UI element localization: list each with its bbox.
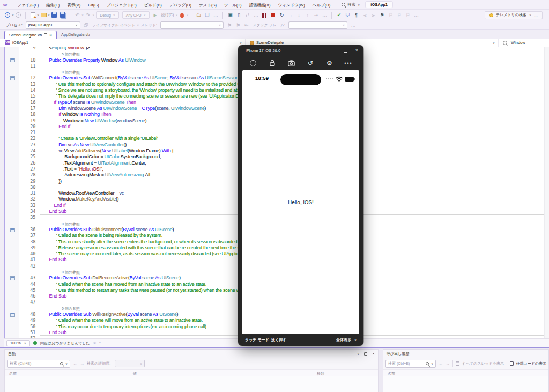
menu-item[interactable]: プロジェクト(P) [103,3,140,8]
menu-item[interactable]: ツール(T) [220,3,245,8]
next-bookmark-icon[interactable]: ⚐ [395,11,403,19]
references-glyph-icon[interactable] [10,76,15,80]
code-text[interactable]: .AutoresizingMask = UIViewAutoresizing.A… [40,172,150,178]
code-text[interactable]: ' Use this method to restart any tasks t… [40,287,262,293]
menu-item[interactable]: 拡張機能(X) [245,3,274,8]
search-control[interactable]: 検索 ∨ [342,2,360,8]
code-text[interactable]: ' Release any resources associated with … [40,245,270,251]
step-over-icon[interactable]: → [286,11,294,19]
code-text[interactable]: End Sub [40,257,66,263]
telemetry-search-button[interactable]: テレメトリの検索 ∨ … [485,11,543,19]
toolbar-overflow-icon[interactable]: … [252,11,259,19]
device-preview-icon[interactable]: ▯ [235,11,242,19]
menu-item[interactable]: 表示(V) [63,3,84,8]
menu-item[interactable]: テスト(S) [195,3,220,8]
search-depth-dropdown[interactable]: ∨ [115,360,145,367]
code-cleanup-broom-icon[interactable]: ⚿ [93,341,96,345]
code-text[interactable]: End Sub [40,209,66,215]
column-name[interactable]: 名前 [388,371,395,376]
continue-button[interactable]: ▶ [152,11,159,19]
call-stack-list[interactable] [383,376,548,392]
chevron-down-icon[interactable]: ∨ [81,13,84,17]
stack-frame-dropdown[interactable]: ∨ [288,21,347,29]
code-text[interactable]: If TypeOf scene Is UIWindowScene Then [40,100,136,106]
menu-item[interactable]: ビルド(B) [140,3,166,8]
indent-icon[interactable]: ⋜ [361,11,368,19]
autos-list[interactable] [5,376,378,392]
outdent-icon[interactable]: ⋝ [369,11,377,19]
menu-item[interactable]: デバッグ(D) [166,3,195,8]
close-icon[interactable]: × [49,33,52,38]
pause-button[interactable] [261,11,268,19]
codelens-references[interactable]: 0 個の参照 [40,221,80,227]
sync-icon[interactable]: ⇄ [243,11,251,19]
column-name[interactable]: 名前 [9,371,17,376]
close-icon[interactable]: × [355,48,358,53]
code-text[interactable]: Window.RootViewController = vc [40,190,124,196]
code-text[interactable]: .TextAlignment = UITextAlignment.Center, [40,160,146,166]
maximize-icon[interactable] [344,49,347,53]
code-text[interactable]: vc.View.AddSubview(New UILabel(Window.Fr… [40,148,173,154]
clear-bookmarks-icon[interactable]: ⚐ [404,11,411,19]
code-text[interactable]: Public Overrides Property Window As UIWi… [40,57,146,63]
code-text[interactable]: ' This may occur due to temporary interr… [40,324,207,330]
simulator-title-bar[interactable]: iPhone 17 iOS 26.0 — × [238,45,363,56]
chevron-down-icon[interactable]: ∨ [12,13,14,17]
step-into-icon[interactable]: ↓ [295,11,302,19]
tab-appdelegate[interactable]: AppDelegate.vb [57,31,94,39]
navigate-forward-button[interactable]: › [14,11,22,19]
codelens-references[interactable]: 5 個の参照 [40,51,80,57]
code-text[interactable]: ' Called when the scene will move from a… [40,317,203,323]
more-options-icon[interactable]: ••• [344,59,353,68]
health-indicator-icon[interactable] [33,341,37,345]
window-layout-icon[interactable]: ❐ [203,11,211,19]
menu-item[interactable]: ウィンドウ(W) [274,3,308,8]
code-text[interactable]: Window = New UIWindow(windowScene) [40,118,146,124]
health-message[interactable]: 問題は見つかりませんでした [40,341,90,346]
code-text[interactable]: Dim windowScene As UIWindowScene = CType… [40,106,206,112]
thread-dropdown[interactable]: ∨ [160,21,224,29]
uncomment-icon[interactable]: ¶ [352,11,360,19]
chevron-down-icon[interactable]: ∨ [175,13,177,17]
codelens-references[interactable]: 0 個の参照 [40,69,80,75]
chevron-down-icon[interactable]: ∨ [48,13,50,17]
screenshot-camera-icon[interactable] [287,59,295,68]
code-text[interactable]: <Export("Window")> [40,47,90,51]
autos-search-input[interactable]: 検索 (Ctrl+E) ∨ [7,360,70,368]
ios-simulator-window[interactable]: iPhone 17 iOS 26.0 — × ↺ ⚙ ••• 18:59 Hel… [238,45,363,346]
column-type[interactable]: 種類 [317,371,324,376]
code-text[interactable]: End If [40,124,70,130]
code-text[interactable]: ' Called when the scene has moved from a… [40,282,206,287]
toolbar-overflow-icon[interactable]: … [321,11,328,19]
code-text[interactable]: }) [40,179,62,184]
redo-button[interactable]: ↷ [84,11,92,19]
show-all-threads-label[interactable]: すべてのスレッドを表示 [462,361,504,366]
code-text[interactable]: .BackgroundColor = UIColor.SystemBackgro… [40,154,161,160]
simulator-screen[interactable]: 18:59 Hello, iOS! [242,70,359,334]
close-icon[interactable]: × [372,351,375,356]
show-external-code-label[interactable]: 外部コードの表示 [516,361,547,366]
toolbar-overflow-icon[interactable]: … [412,11,420,19]
member-dropdown[interactable]: Window [499,39,549,47]
code-text[interactable]: .Text = "Hello, iOS!", [40,166,103,172]
zoom-level-dropdown[interactable]: 100 % ∨ [6,340,30,346]
chevron-down-icon[interactable]: ∨ [137,24,139,27]
codelens-references[interactable]: 0 個の参照 [40,306,80,312]
flagged-only-icon[interactable]: ⚑ [234,21,242,29]
code-text[interactable]: Public Overrides Sub WillResignActive(By… [40,312,178,317]
call-stack-search-input[interactable]: 検索 (Ctrl+E) ∨ [385,360,436,368]
references-glyph-icon[interactable] [10,276,15,280]
lock-icon[interactable] [268,59,277,68]
save-button[interactable] [50,11,58,19]
restart-button[interactable]: ↻ [278,11,285,19]
column-value[interactable]: 値 [133,371,137,376]
stop-debugging-button[interactable] [269,11,277,19]
search-previous-icon[interactable]: ← [439,361,443,366]
code-text[interactable]: Dim vc As New UIViewController() [40,142,127,148]
navigate-back-button[interactable]: ‹ [4,11,11,19]
chevron-down-icon[interactable]: ∨ [186,13,188,17]
menu-item[interactable]: 編集(E) [42,3,63,8]
home-button-icon[interactable] [249,59,257,68]
pin-icon[interactable] [44,33,47,36]
code-text[interactable]: ' Create a 'UIViewController' with a sin… [40,136,158,142]
